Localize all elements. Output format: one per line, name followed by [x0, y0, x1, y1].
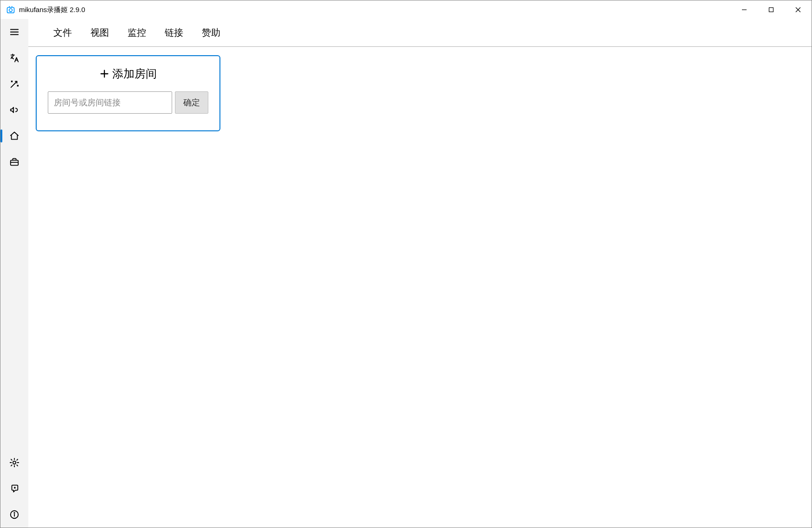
add-room-title: 添加房间	[48, 66, 208, 81]
menu-item-view[interactable]: 视图	[90, 26, 109, 39]
hamburger-icon	[9, 26, 20, 38]
sidebar-item-announce[interactable]	[0, 97, 28, 123]
info-icon	[9, 509, 20, 520]
translate-icon	[9, 52, 20, 64]
maximize-button[interactable]	[758, 0, 785, 19]
titlebar-left: mikufans录播姬 2.9.0	[6, 5, 85, 14]
svg-point-12	[14, 487, 15, 488]
app-icon	[6, 5, 15, 14]
add-room-card: 添加房间 确定	[36, 55, 220, 131]
toolbox-icon	[9, 156, 20, 167]
window-controls	[731, 0, 812, 19]
sidebar-top	[0, 19, 28, 175]
sidebar-item-menu[interactable]	[0, 19, 28, 45]
sidebar-item-effects[interactable]	[0, 71, 28, 97]
svg-point-1	[9, 9, 13, 12]
svg-point-15	[14, 513, 14, 513]
plus-icon	[99, 69, 110, 79]
sidebar-item-language[interactable]	[0, 45, 28, 71]
add-room-input-row: 确定	[48, 91, 208, 114]
svg-point-11	[13, 461, 16, 464]
titlebar: mikufans录播姬 2.9.0	[0, 0, 812, 19]
svg-rect-9	[11, 160, 19, 165]
main: 文件 视图 监控 链接 赞助 添加房间 确定	[28, 19, 812, 528]
sidebar-item-settings[interactable]	[0, 450, 28, 476]
minimize-button[interactable]	[731, 0, 758, 19]
sidebar-item-toolbox[interactable]	[0, 149, 28, 175]
megaphone-icon	[9, 104, 20, 116]
content-area: 添加房间 确定	[28, 47, 812, 528]
body: 文件 视图 监控 链接 赞助 添加房间 确定	[0, 19, 812, 528]
home-icon	[9, 130, 20, 142]
menu-item-monitor[interactable]: 监控	[128, 26, 146, 39]
close-button[interactable]	[785, 0, 812, 19]
feedback-icon	[9, 483, 20, 494]
sidebar-item-info[interactable]	[0, 502, 28, 528]
gear-icon	[9, 457, 20, 468]
sidebar-item-feedback[interactable]	[0, 476, 28, 502]
sparkle-icon	[9, 78, 20, 90]
menubar: 文件 视图 监控 链接 赞助	[28, 19, 812, 47]
window-title: mikufans录播姬 2.9.0	[19, 6, 85, 14]
menu-item-sponsor[interactable]: 赞助	[202, 26, 220, 39]
confirm-button[interactable]: 确定	[175, 91, 208, 114]
sidebar-item-home[interactable]	[0, 123, 28, 149]
room-input[interactable]	[48, 91, 172, 114]
menu-item-file[interactable]: 文件	[53, 26, 72, 39]
add-room-title-text: 添加房间	[112, 66, 157, 81]
menu-item-link[interactable]: 链接	[165, 26, 183, 39]
svg-rect-3	[769, 8, 773, 12]
sidebar-bottom	[0, 450, 28, 528]
sidebar	[0, 19, 28, 528]
